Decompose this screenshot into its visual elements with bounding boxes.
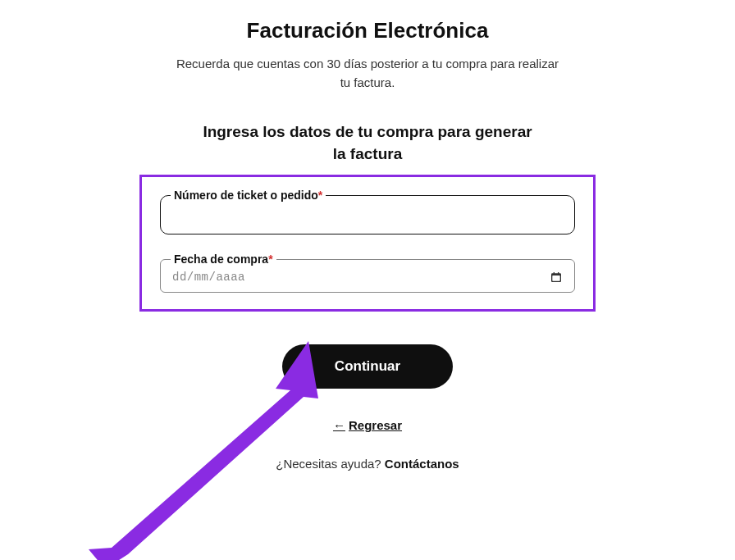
required-mark: *: [318, 189, 322, 202]
ticket-field: Número de ticket o pedido*: [160, 189, 575, 234]
page-subtitle: Recuerda que cuentas con 30 días posteri…: [171, 55, 564, 92]
annotation-highlight-box: Número de ticket o pedido* Fecha de comp…: [139, 175, 596, 312]
arrow-left-icon: ←: [333, 418, 345, 432]
required-mark: *: [268, 253, 272, 266]
ticket-label: Número de ticket o pedido*: [171, 189, 326, 202]
back-link[interactable]: ← Regresar: [333, 418, 402, 432]
date-label: Fecha de compra*: [171, 253, 276, 266]
svg-rect-1: [552, 275, 559, 281]
help-text: ¿Necesitas ayuda? Contáctanos: [276, 457, 459, 471]
calendar-icon: [550, 271, 563, 284]
page-title: Facturación Electrónica: [247, 18, 489, 43]
date-field: Fecha de compra* dd/mm/aaaa: [160, 253, 575, 293]
ticket-input[interactable]: [161, 202, 574, 234]
continue-button[interactable]: Continuar: [282, 344, 453, 389]
date-input[interactable]: dd/mm/aaaa: [161, 266, 574, 292]
date-placeholder-text: dd/mm/aaaa: [172, 271, 245, 284]
form-heading: Ingresa los datos de tu compra para gene…: [195, 121, 540, 165]
main-container: Facturación Electrónica Recuerda que cue…: [0, 0, 735, 471]
contact-link[interactable]: Contáctanos: [385, 457, 459, 471]
